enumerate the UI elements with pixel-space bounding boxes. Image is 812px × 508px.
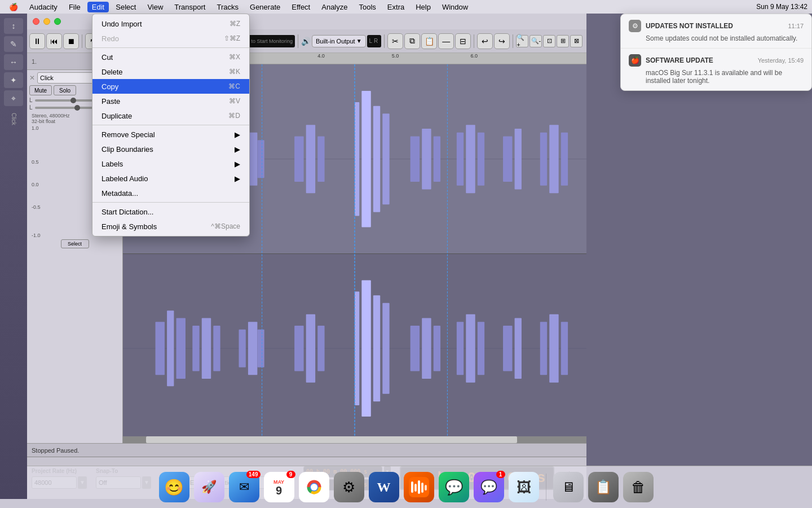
menu-file[interactable]: File (64, 2, 85, 12)
dock-preview[interactable]: 🖼 (509, 472, 539, 502)
svg-rect-17 (355, 102, 359, 216)
menu-labeled-audio[interactable]: Labeled Audio ▶ (92, 171, 249, 186)
dock-chrome-icon (304, 477, 324, 497)
speaker-icon: 🔊 (301, 37, 311, 46)
menu-copy[interactable]: Copy ⌘C (92, 79, 249, 94)
menu-edit[interactable]: Edit (87, 2, 109, 12)
traffic-light-maximize[interactable] (54, 18, 61, 25)
pause-button[interactable]: ⏸ (29, 33, 45, 49)
notification-updates-header: ⚙ UPDATES NOT INSTALLED 11:17 (629, 20, 804, 32)
svg-rect-41 (294, 326, 303, 371)
solo-button[interactable]: Solo (54, 85, 76, 95)
dock-mail[interactable]: ✉ 149 (229, 472, 259, 502)
menu-help[interactable]: Help (411, 2, 435, 12)
left-btn-2[interactable]: ✎ (4, 36, 23, 52)
dock-whatsapp[interactable]: 💬 (439, 472, 469, 502)
dock-finder[interactable]: 😊 (159, 472, 189, 502)
dock: 😊 🚀 ✉ 149 MAY 9 9 ⚙ W (0, 466, 812, 508)
menu-effect[interactable]: Effect (287, 2, 315, 12)
menu-clip-boundaries-arrow: ▶ (235, 145, 240, 154)
dock-audacity[interactable] (404, 472, 434, 502)
traffic-light-close[interactable] (33, 18, 39, 25)
track-header-label: 1. (32, 58, 37, 65)
menu-undo-import[interactable]: Undo Import ⌘Z (92, 16, 249, 31)
cut-tool[interactable]: ✂ (387, 33, 403, 49)
h-scrollbar[interactable] (123, 436, 586, 443)
dock-calendar-day: 9 (276, 485, 282, 496)
left-btn-5[interactable]: ⌖ (4, 90, 23, 106)
dock-calendar[interactable]: MAY 9 9 (264, 472, 294, 502)
svg-rect-20 (382, 113, 389, 204)
zoom-fit[interactable]: ⊡ (543, 35, 555, 47)
redo-tool[interactable]: ↪ (494, 33, 510, 49)
svg-rect-13 (257, 140, 264, 178)
menu-analyze[interactable]: Analyze (317, 2, 352, 12)
zoom-in[interactable]: 🔍+ (516, 35, 528, 47)
paste-tool[interactable]: 📋 (421, 33, 437, 49)
dock-desktop-1-icon: 🖥 (562, 479, 575, 495)
undo-tool[interactable]: ↩ (477, 33, 493, 49)
ruler-mark-5: 5.0 (392, 53, 399, 64)
svg-rect-45 (361, 280, 370, 417)
menu-sep-3 (92, 202, 249, 203)
menu-select[interactable]: Select (111, 2, 140, 12)
menubar-datetime: Sun 9 May 13:42 (756, 3, 807, 11)
menu-emoji-symbols[interactable]: Emoji & Symbols ^⌘Space (92, 219, 249, 234)
left-btn-1[interactable]: ↕ (4, 18, 23, 34)
zoom-normal[interactable]: ⊠ (570, 35, 582, 47)
zoom-sel[interactable]: ⊞ (557, 35, 569, 47)
menu-window[interactable]: Window (438, 2, 473, 12)
dock-finder-icon: 😊 (164, 478, 184, 497)
dock-settings[interactable]: ⚙ (334, 472, 364, 502)
svg-rect-54 (503, 326, 512, 371)
sep-5 (474, 34, 474, 48)
dock-word[interactable]: W (369, 472, 399, 502)
menu-tools[interactable]: Tools (354, 2, 380, 12)
dock-desktop-2[interactable]: 📋 (588, 472, 619, 502)
menu-start-dictation[interactable]: Start Dictation... (92, 204, 249, 219)
menu-extra[interactable]: Extra (383, 2, 409, 12)
trim-tool[interactable]: ⊟ (455, 33, 471, 49)
copy-tool[interactable]: ⧉ (404, 33, 420, 49)
menu-duplicate[interactable]: Duplicate ⌘D (92, 108, 249, 123)
dock-preview-icon: 🖼 (517, 479, 531, 496)
menu-metadata[interactable]: Metadata... (92, 186, 249, 200)
svg-rect-27 (503, 136, 512, 182)
select-button[interactable]: Select (61, 239, 89, 248)
zoom-out[interactable]: 🔍- (529, 35, 542, 47)
apple-menu[interactable]: 🍎 (5, 2, 23, 12)
left-btn-3[interactable]: ↔ (4, 54, 23, 70)
menu-remove-special[interactable]: Remove Special ▶ (92, 127, 249, 142)
menu-delete[interactable]: Delete ⌘K (92, 64, 249, 79)
svg-rect-28 (515, 129, 522, 189)
dock-desktop-1[interactable]: 🖥 (553, 472, 584, 502)
menu-clip-boundaries[interactable]: Clip Boundaries ▶ (92, 142, 249, 156)
menu-transport[interactable]: Transport (170, 2, 210, 12)
output-dropdown[interactable]: Built-in Output ▼ (312, 35, 366, 47)
silence-tool[interactable]: — (438, 33, 454, 49)
h-scrollbar-thumb[interactable] (146, 436, 517, 443)
skip-back-button[interactable]: ⏮ (46, 33, 62, 49)
menu-generate[interactable]: Generate (245, 2, 285, 12)
track-close-icon[interactable]: ✕ (29, 74, 35, 82)
left-btn-4[interactable]: ✦ (4, 72, 23, 88)
dock-trash[interactable]: 🗑 (623, 472, 654, 502)
traffic-light-minimize[interactable] (43, 18, 50, 25)
menu-labels[interactable]: Labels ▶ (92, 156, 249, 171)
edit-menu: Undo Import ⌘Z Redo ⇧⌘Z Cut ⌘X Delete ⌘K… (92, 14, 250, 237)
dock-chrome[interactable] (299, 472, 329, 502)
ruler-mark-6: 6.0 (471, 53, 478, 64)
menubar-right: Sun 9 May 13:42 (756, 3, 807, 11)
stop-button[interactable]: ⏹ (63, 33, 79, 49)
mute-button[interactable]: Mute (29, 85, 52, 95)
menu-view[interactable]: View (143, 2, 167, 12)
menu-tracks[interactable]: Tracks (212, 2, 243, 12)
zoom-controls: 🔍+ 🔍- ⊡ ⊞ ⊠ (516, 35, 582, 47)
dock-launchpad[interactable]: 🚀 (194, 472, 224, 502)
menu-paste[interactable]: Paste ⌘V (92, 94, 249, 108)
menu-cut[interactable]: Cut ⌘X (92, 50, 249, 64)
menu-redo[interactable]: Redo ⇧⌘Z (92, 31, 249, 46)
notification-software-header: 🍎 SOFTWARE UPDATE Yesterday, 15:49 (629, 54, 804, 67)
menu-audacity[interactable]: Audacity (25, 2, 62, 12)
dock-messenger[interactable]: 💬 1 (474, 472, 504, 502)
